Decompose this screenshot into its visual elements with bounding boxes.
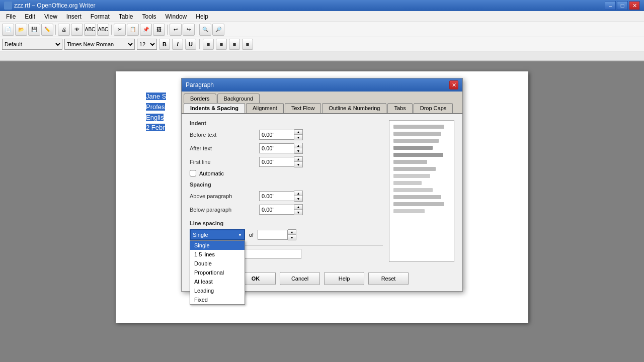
dialog-title-bar: Paragraph ✕ xyxy=(182,78,462,92)
after-text-row: After text ▲ ▼ xyxy=(190,143,383,154)
automatic-row: Automatic xyxy=(190,170,383,176)
dialog-overlay: Paragraph ✕ Borders Background Indents &… xyxy=(0,0,644,362)
after-text-up[interactable]: ▲ xyxy=(294,143,302,148)
tab-indents-spacing[interactable]: Indents & Spacing xyxy=(184,103,245,113)
line-spacing-select[interactable]: Single ▼ xyxy=(190,229,245,240)
before-text-up[interactable]: ▲ xyxy=(294,130,302,135)
option-fixed[interactable]: Fixed xyxy=(190,295,245,304)
after-text-input[interactable] xyxy=(259,143,294,153)
before-text-row: Before text ▲ ▼ xyxy=(190,129,383,140)
automatic-label: Automatic xyxy=(199,170,224,176)
below-paragraph-input[interactable] xyxy=(259,205,294,215)
above-paragraph-input[interactable] xyxy=(259,191,294,201)
below-para-input-group: ▲ ▼ xyxy=(259,204,303,215)
indent-section: Indent Before text ▲ ▼ After text xyxy=(190,120,383,176)
first-line-input-group: ▲ ▼ xyxy=(259,156,303,167)
below-paragraph-row: Below paragraph ▲ ▼ xyxy=(190,204,383,215)
after-text-input-group: ▲ ▼ xyxy=(259,143,303,154)
line-spacing-dropdown: Single ▼ Single 1.5 lines Double Proport… xyxy=(190,229,245,240)
above-para-input-group: ▲ ▼ xyxy=(259,191,303,202)
first-line-input[interactable] xyxy=(259,157,294,167)
reset-button[interactable]: Reset xyxy=(368,272,409,285)
before-text-input[interactable] xyxy=(259,130,294,140)
dropdown-arrow-icon: ▼ xyxy=(238,233,242,237)
after-text-down[interactable]: ▼ xyxy=(294,148,302,153)
paragraph-dialog: Paragraph ✕ Borders Background Indents &… xyxy=(181,78,463,292)
tab-area: Borders Background Indents & Spacing Ali… xyxy=(182,92,462,114)
line-spacing-label: Line spacing xyxy=(190,220,383,226)
preview-line-2 xyxy=(393,132,441,136)
spacing-section: Spacing Above paragraph ▲ ▼ Below para xyxy=(190,182,383,215)
preview-line-11 xyxy=(393,195,441,199)
tab-alignment[interactable]: Alignment xyxy=(246,103,284,113)
after-text-spinner: ▲ ▼ xyxy=(294,143,303,154)
tab-row-bottom: Indents & Spacing Alignment Text Flow Ou… xyxy=(182,103,462,114)
preview-line-5 xyxy=(393,153,443,157)
above-paragraph-label: Above paragraph xyxy=(190,193,255,199)
below-paragraph-label: Below paragraph xyxy=(190,207,255,213)
before-text-down[interactable]: ▼ xyxy=(294,135,302,140)
before-text-label: Before text xyxy=(190,132,255,138)
indent-section-label: Indent xyxy=(190,120,383,126)
tab-background[interactable]: Background xyxy=(217,94,260,103)
line-spacing-list: Single 1.5 lines Double Proportional At … xyxy=(190,240,245,305)
line-spacing-value: Single xyxy=(193,232,208,238)
above-para-up[interactable]: ▲ xyxy=(294,191,302,196)
below-para-down[interactable]: ▼ xyxy=(294,210,302,215)
first-line-spinner: ▲ ▼ xyxy=(294,156,303,167)
automatic-checkbox[interactable] xyxy=(190,170,196,176)
tab-borders[interactable]: Borders xyxy=(184,94,216,103)
preview-line-4 xyxy=(393,146,433,150)
line-spacing-section: Line spacing Single ▼ Single 1.5 lines D… xyxy=(190,220,383,240)
above-paragraph-row: Above paragraph ▲ ▼ xyxy=(190,191,383,202)
help-button[interactable]: Help xyxy=(324,272,364,285)
line-spacing-down[interactable]: ▼ xyxy=(288,235,296,240)
tab-drop-caps[interactable]: Drop Caps xyxy=(414,103,453,113)
tab-tabs[interactable]: Tabs xyxy=(387,103,412,113)
line-spacing-row: Single ▼ Single 1.5 lines Double Proport… xyxy=(190,229,383,240)
preview-line-3 xyxy=(393,139,439,143)
first-line-down[interactable]: ▼ xyxy=(294,162,302,167)
above-para-down[interactable]: ▼ xyxy=(294,196,302,201)
dialog-close-button[interactable]: ✕ xyxy=(449,80,458,89)
of-label: of xyxy=(249,232,254,238)
dialog-main: Indent Before text ▲ ▼ After text xyxy=(190,120,383,262)
after-text-label: After text xyxy=(190,145,255,151)
before-text-input-group: ▲ ▼ xyxy=(259,129,303,140)
tab-row-top: Borders Background xyxy=(182,92,462,103)
above-para-spinner: ▲ ▼ xyxy=(294,191,303,202)
line-spacing-spinner: ▲ ▼ xyxy=(288,229,296,240)
preview-line-1 xyxy=(393,125,444,129)
option-at-least[interactable]: At least xyxy=(190,277,245,286)
option-proportional[interactable]: Proportional xyxy=(190,268,245,277)
preview-line-10 xyxy=(393,188,433,192)
cancel-button[interactable]: Cancel xyxy=(280,272,320,285)
first-line-row: First line ▲ ▼ xyxy=(190,156,383,167)
tab-text-flow[interactable]: Text Flow xyxy=(285,103,321,113)
first-line-up[interactable]: ▲ xyxy=(294,157,302,162)
preview-line-8 xyxy=(393,174,430,178)
preview-line-12 xyxy=(393,202,444,206)
line-spacing-up[interactable]: ▲ xyxy=(288,230,296,235)
dialog-title-text: Paragraph xyxy=(186,81,214,88)
preview-line-13 xyxy=(393,209,425,213)
of-input-group: ▲ ▼ xyxy=(258,229,296,240)
preview-line-7 xyxy=(393,167,436,171)
preview-panel xyxy=(389,120,454,262)
option-single[interactable]: Single xyxy=(190,241,245,250)
first-line-label: First line xyxy=(190,159,255,165)
option-double[interactable]: Double xyxy=(190,259,245,268)
preview-line-6 xyxy=(393,160,427,164)
below-para-spinner: ▲ ▼ xyxy=(294,204,303,215)
spacing-section-label: Spacing xyxy=(190,182,383,188)
tab-outline-numbering[interactable]: Outline & Numbering xyxy=(322,103,386,113)
line-spacing-of-input[interactable] xyxy=(258,230,288,240)
option-1-5-lines[interactable]: 1.5 lines xyxy=(190,250,245,259)
option-leading[interactable]: Leading xyxy=(190,286,245,295)
dialog-content: Indent Before text ▲ ▼ After text xyxy=(182,114,462,268)
preview-line-9 xyxy=(393,181,422,185)
below-para-up[interactable]: ▲ xyxy=(294,205,302,210)
before-text-spinner: ▲ ▼ xyxy=(294,129,303,140)
